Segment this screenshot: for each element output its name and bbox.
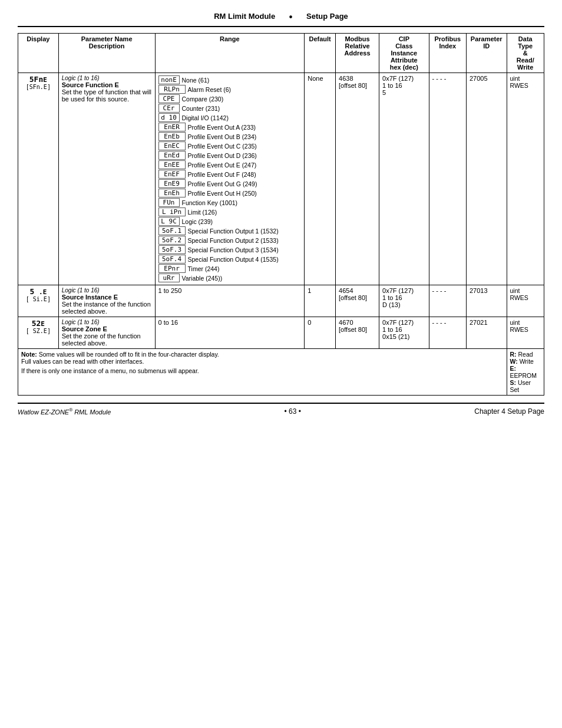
note-text: Note: Some values will be rounded off to… [18, 349, 507, 396]
range-box-none: nonE [158, 75, 180, 84]
datatype-sze: uintRWES [507, 317, 544, 349]
col-header-default: Default [305, 34, 336, 73]
datatype-sie: uintRWES [507, 285, 544, 317]
range-label-timer: Timer (244) [188, 265, 220, 272]
table-row-sze: 52E [ SZ.E] Logic (1 to 16) Source Zone … [18, 317, 544, 349]
default-sfne: None [305, 73, 336, 285]
display-sie: 5 .E [ Si.E] [18, 285, 59, 317]
param-logic-sie: Logic (1 to 16) [62, 287, 152, 294]
range-label-variable: Variable (245)) [182, 275, 223, 282]
col-header-display: Display [18, 34, 59, 73]
param-name-sfne: Source Function E [62, 81, 152, 88]
range-label-sof4: Special Function Output 4 (1535) [188, 256, 279, 263]
range-label-eneb: Profile Event Out B (234) [188, 133, 257, 140]
table-row-sie: 5 .E [ Si.E] Logic (1 to 16) Source Inst… [18, 285, 544, 317]
datatype-sfne: uintRWES [507, 73, 544, 285]
range-box-variable: uRr [158, 274, 180, 282]
param-desc-sie: Set the instance of the function selecte… [62, 301, 152, 315]
range-simple-sze: 0 to 16 [158, 319, 178, 326]
range-item-counter: CEr Counter (231) [158, 104, 302, 113]
col-header-paramid: ParameterID [466, 34, 507, 73]
range-item-sof3: 5oF.3 Special Function Output 3 (1534) [158, 245, 302, 254]
range-box-alarmreset: RLPn [158, 85, 186, 94]
page-wrapper: RM Limit Module • Setup Page Display Par… [0, 0, 562, 421]
range-label-counter: Counter (231) [182, 105, 220, 112]
range-label-alarmreset: Alarm Reset (6) [188, 86, 232, 93]
range-box-enea: EnER [158, 123, 186, 131]
col-header-param: Parameter NameDescription [58, 34, 155, 73]
modbus-sfne: 4638[offset 80] [336, 73, 379, 285]
range-label-enee: Profile Event Out E (247) [188, 162, 257, 169]
param-name-sze: Source Zone E [62, 325, 152, 332]
header-bullet: • [289, 12, 293, 22]
range-label-sof1: Special Function Output 1 (1532) [188, 228, 279, 235]
cip-sze: 0x7F (127)1 to 160x15 (21) [379, 317, 429, 349]
range-box-eneh: EnEh [158, 189, 186, 197]
range-simple-sie: 1 to 250 [158, 287, 182, 294]
footer-brand: Watlow EZ-ZONE [18, 409, 69, 416]
cip-sfne: 0x7F (127)1 to 165 [379, 73, 429, 285]
footer-chapter: Chapter 4 Setup Page [474, 407, 544, 416]
col-header-modbus: ModbusRelativeAddress [336, 34, 379, 73]
range-item-eneg: EnE9 Profile Event Out G (249) [158, 179, 302, 188]
page-header: RM Limit Module • Setup Page [18, 12, 544, 27]
table-row-sfne: 5FnE [SFn.E] Logic (1 to 16) Source Func… [18, 73, 544, 285]
display-sfne: 5FnE [SFn.E] [18, 73, 59, 285]
range-box-funkey: FUn [158, 198, 180, 207]
range-label-funkey: Function Key (1001) [182, 199, 238, 206]
col-header-datatype: DataType&Read/Write [507, 34, 544, 73]
range-item-compare: CPE Compare (230) [158, 94, 302, 103]
range-item-funkey: FUn Function Key (1001) [158, 198, 302, 207]
col-header-range: Range [155, 34, 305, 73]
range-item-sof4: 5oF.4 Special Function Output 4 (1535) [158, 255, 302, 263]
param-sfne: Logic (1 to 16) Source Function E Set th… [58, 73, 155, 285]
range-item-eneh: EnEh Profile Event Out H (250) [158, 189, 302, 197]
header-subtitle: Setup Page [306, 12, 348, 21]
range-box-sof4: 5oF.4 [158, 255, 186, 263]
footer-left: Watlow EZ-ZONE® RML Module [18, 407, 111, 416]
range-label-enef: Profile Event Out F (248) [188, 171, 256, 178]
range-box-sof2: 5oF.2 [158, 236, 186, 245]
range-item-enef: EnEF Profile Event Out F (248) [158, 170, 302, 179]
range-item-limit: L iPn Limit (126) [158, 207, 302, 216]
footer: Watlow EZ-ZONE® RML Module • 63 • Chapte… [18, 403, 544, 416]
range-box-limit: L iPn [158, 207, 186, 216]
main-table: Display Parameter NameDescription Range … [18, 33, 544, 396]
col-header-profibus: ProfibusIndex [429, 34, 466, 73]
modbus-sze: 4670[offset 80] [336, 317, 379, 349]
range-item-ened: EnEd Profile Event Out D (236) [158, 151, 302, 160]
range-box-counter: CEr [158, 104, 180, 113]
range-sfne: nonE None (61) RLPn Alarm Reset (6) CPE … [155, 73, 305, 285]
range-item-variable: uRr Variable (245)) [158, 274, 302, 282]
range-label-logic: Logic (239) [182, 218, 213, 225]
paramid-sze: 27021 [466, 317, 507, 349]
legend-cell: R: Read W: Write E: EEPROM S: User Set [507, 349, 544, 396]
range-item-logic: L 9C Logic (239) [158, 217, 302, 226]
range-label-enea: Profile Event Out A (233) [188, 124, 256, 131]
footer-center: • 63 • [285, 407, 301, 416]
col-header-cip: CIPClassInstanceAttributehex (dec) [379, 34, 429, 73]
footer-page: • 63 • [285, 407, 301, 416]
range-label-sof2: Special Function Output 2 (1533) [188, 237, 279, 244]
modbus-sie: 4654[offset 80] [336, 285, 379, 317]
range-sie: 1 to 250 [155, 285, 305, 317]
range-box-logic: L 9C [158, 217, 180, 226]
cip-sie: 0x7F (127)1 to 16D (13) [379, 285, 429, 317]
default-sze: 0 [305, 317, 336, 349]
range-box-enec: EnEC [158, 141, 186, 150]
param-desc-sfne: Set the type of function that will be us… [62, 88, 152, 103]
display-sze: 52E [ SZ.E] [18, 317, 59, 349]
range-item-digital: d 10 Digital I/O (1142) [158, 113, 302, 122]
param-sze: Logic (1 to 16) Source Zone E Set the zo… [58, 317, 155, 349]
range-box-digital: d 10 [158, 113, 180, 122]
default-sie: 1 [305, 285, 336, 317]
range-box-enef: EnEF [158, 170, 186, 179]
range-item-timer: EPnr Timer (244) [158, 264, 302, 273]
range-item-enec: EnEC Profile Event Out C (235) [158, 141, 302, 150]
note-line2: Full values can be read with other inter… [21, 358, 504, 365]
range-label-enec: Profile Event Out C (235) [188, 143, 257, 150]
range-label-ened: Profile Event Out D (236) [188, 152, 257, 159]
param-desc-sze: Set the zone of the function selected ab… [62, 332, 152, 347]
range-item-sof2: 5oF.2 Special Function Output 2 (1533) [158, 236, 302, 245]
paramid-sie: 27013 [466, 285, 507, 317]
